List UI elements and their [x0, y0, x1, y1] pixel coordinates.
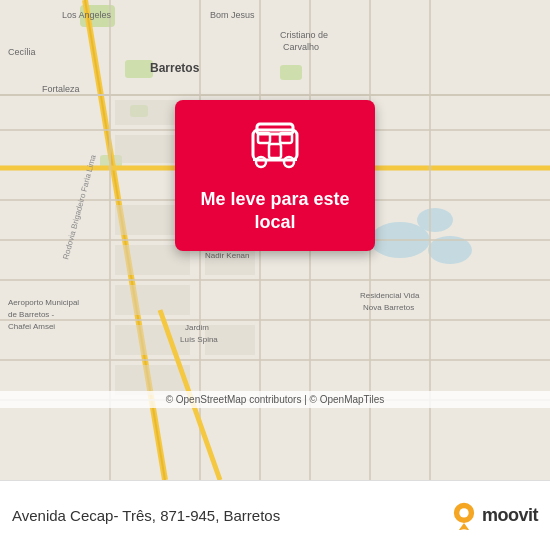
moovit-pin-icon: [450, 502, 478, 530]
address-text: Avenida Cecap- Três, 871-945, Barretos: [12, 507, 450, 524]
svg-text:Nova Barretos: Nova Barretos: [363, 303, 414, 312]
svg-text:Chafei Amsei: Chafei Amsei: [8, 322, 55, 331]
svg-text:Luís Spina: Luís Spina: [180, 335, 218, 344]
svg-point-65: [459, 508, 468, 517]
svg-rect-60: [269, 144, 281, 158]
svg-rect-35: [115, 285, 190, 315]
svg-text:Bom Jesus: Bom Jesus: [210, 10, 255, 20]
svg-text:de Barretos -: de Barretos -: [8, 310, 55, 319]
bottom-bar: Avenida Cecap- Três, 871-945, Barretos m…: [0, 480, 550, 550]
map-attribution: © OpenStreetMap contributors | © OpenMap…: [0, 391, 550, 408]
info-card[interactable]: Me leve para este local: [175, 100, 375, 251]
svg-text:Aeroporto Municipal: Aeroporto Municipal: [8, 298, 79, 307]
svg-text:Carvalho: Carvalho: [283, 42, 319, 52]
moovit-logo: moovit: [450, 502, 538, 530]
svg-text:Nadir Kenan: Nadir Kenan: [205, 251, 249, 260]
svg-text:Fortaleza: Fortaleza: [42, 84, 80, 94]
svg-text:Jardim: Jardim: [185, 323, 209, 332]
svg-text:Residencial Vida: Residencial Vida: [360, 291, 420, 300]
bus-icon-container: [195, 116, 355, 180]
card-title: Me leve para este local: [195, 188, 355, 235]
svg-text:Los Angeles: Los Angeles: [62, 10, 112, 20]
svg-rect-36: [115, 325, 190, 355]
svg-rect-5: [125, 60, 153, 78]
svg-text:Cecília: Cecília: [8, 47, 36, 57]
svg-text:Cristiano de: Cristiano de: [280, 30, 328, 40]
map-container: Los Angeles Bom Jesus Cristiano de Carva…: [0, 0, 550, 480]
svg-rect-6: [280, 65, 302, 80]
svg-point-2: [417, 208, 453, 232]
svg-text:Barretos: Barretos: [150, 61, 200, 75]
moovit-wordmark: moovit: [482, 505, 538, 526]
